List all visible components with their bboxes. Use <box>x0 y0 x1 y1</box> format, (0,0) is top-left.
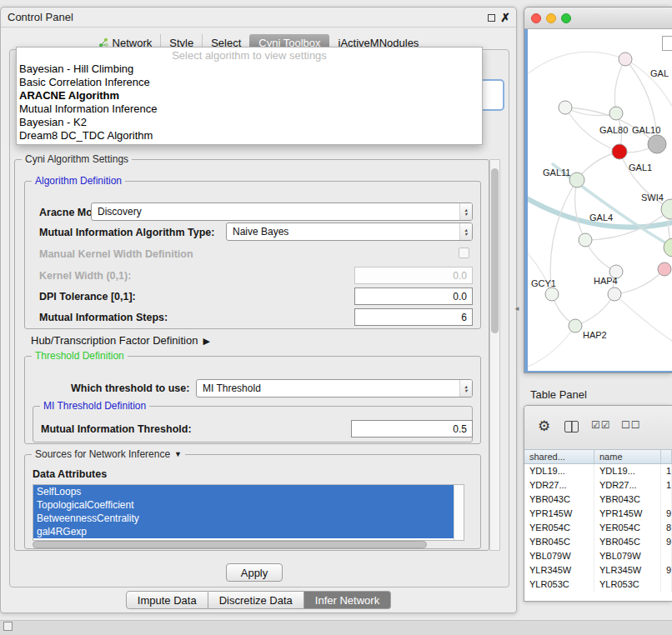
network-graph[interactable]: GALGAL80GAL10GAL11GAL1SWI4GAL4GCY1HAP4HA… <box>528 29 672 371</box>
settings-vertical-scrollbar[interactable] <box>489 159 500 551</box>
scrollbar-thumb[interactable] <box>33 541 427 548</box>
algorithm-dropdown-popup: Select algorithm to view settings Bayesi… <box>16 47 483 145</box>
table-cell <box>661 578 672 592</box>
table-row[interactable]: YLR053CYLR053C <box>524 578 672 592</box>
table-row[interactable]: YBR043CYBR043C <box>524 492 672 507</box>
table-cell <box>661 549 672 563</box>
table-row[interactable]: YPR145WYPR145W9. <box>524 507 672 521</box>
sources-group-title: Sources for Network Inference <box>35 448 170 460</box>
which-threshold-label: Which threshold to use: <box>71 382 189 395</box>
table-panel-window: ⚙ ☑☑ ☐☐ shared...name YDL19...YDL19...13… <box>524 405 672 602</box>
network-edge <box>575 294 614 326</box>
columns-icon[interactable] <box>564 421 579 432</box>
table-cell: YDR27... <box>594 478 661 492</box>
algorithm-option-mutual-information-inference[interactable]: Mutual Information Inference <box>17 102 482 116</box>
mi-steps-field[interactable]: 6 <box>354 308 473 326</box>
network-node[interactable] <box>545 288 559 301</box>
table-cell: YBR045C <box>524 535 594 549</box>
network-node[interactable] <box>608 288 621 301</box>
algorithm-option-bayesian-k2[interactable]: Bayesian - K2 <box>17 116 482 129</box>
select-all-checkboxes-icon[interactable]: ☑☑ <box>591 419 611 431</box>
kernel-width-field[interactable]: 0.0 <box>354 267 473 284</box>
network-node[interactable] <box>612 144 627 159</box>
table-cell: YDR27... <box>524 478 594 492</box>
horizontal-scrollbar[interactable] <box>31 541 479 548</box>
attribute-item-betweennesscentrality[interactable]: BetweennessCentrality <box>33 512 455 525</box>
column-header-extra[interactable] <box>661 449 672 464</box>
gear-icon[interactable]: ⚙ <box>538 418 550 436</box>
apply-button[interactable]: Apply <box>226 563 283 582</box>
network-canvas[interactable]: GALGAL80GAL10GAL11GAL1SWI4GAL4GCY1HAP4HA… <box>524 29 672 373</box>
zoom-traffic-light-icon[interactable] <box>561 13 571 23</box>
network-node[interactable] <box>609 107 623 120</box>
close-icon[interactable]: ✗ <box>500 10 510 25</box>
network-node[interactable] <box>579 233 592 247</box>
table-row[interactable]: YBR045CYBR045C9. <box>524 535 672 549</box>
tab-impute-data[interactable]: Impute Data <box>126 591 208 609</box>
deselect-all-checkboxes-icon[interactable]: ☐☐ <box>621 419 641 431</box>
threshold-definition-title: Threshold Definition <box>32 350 128 362</box>
dpi-tolerance-field[interactable]: 0.0 <box>354 288 473 305</box>
attribute-item-gal4rgexp[interactable]: gal4RGexp <box>33 525 455 538</box>
algorithm-definition-title: Algorithm Definition <box>32 175 125 187</box>
algorithm-option-basic-correlation-inference[interactable]: Basic Correlation Inference <box>17 76 482 89</box>
column-header-name[interactable]: name <box>594 449 661 464</box>
minimized-panel-icon[interactable] <box>3 622 13 631</box>
table-row[interactable]: YDL19...YDL19...13 <box>524 464 672 478</box>
settings-group-title: Cyni Algorithm Settings <box>22 153 132 165</box>
hub-definition-row[interactable]: Hub/Transcription Factor Definition ▶ <box>31 334 210 348</box>
list-vertical-scrollbar[interactable] <box>454 485 464 540</box>
algorithm-option-bayesian-hill-climbing[interactable]: Bayesian - Hill Climbing <box>17 62 482 76</box>
kernel-width-label: Kernel Width (0,1): <box>39 269 131 282</box>
table-cell: YBR043C <box>524 492 594 507</box>
algorithm-option-aracne-algorithm[interactable]: ARACNE Algorithm <box>17 89 482 102</box>
close-traffic-light-icon[interactable] <box>531 13 541 23</box>
network-node[interactable] <box>648 135 666 153</box>
mi-threshold-label: Mutual Information Threshold: <box>41 422 192 436</box>
table-row[interactable]: YDR27...YDR27...12 <box>524 478 672 492</box>
network-edge <box>614 59 625 113</box>
mi-algorithm-type-select[interactable]: Naive Bayes ▴▾ <box>226 222 473 241</box>
table-row[interactable]: YLR345WYLR345W9. <box>524 563 672 578</box>
algorithm-option-dream8-dc-tdc-algorithm[interactable]: Dream8 DC_TDC Algorithm <box>17 129 482 142</box>
dpi-tolerance-label: DPI Tolerance [0,1]: <box>39 290 136 303</box>
aracne-mode-select[interactable]: Discovery ▴▾ <box>91 202 473 221</box>
attribute-item-topologicalcoefficient[interactable]: TopologicalCoefficient <box>33 498 455 512</box>
table-cell: YBL079W <box>594 549 661 563</box>
disclosure-down-icon[interactable]: ▼ <box>174 450 182 458</box>
tab-discretize-data[interactable]: Discretize Data <box>208 591 304 609</box>
network-node[interactable] <box>658 262 671 276</box>
table-cell: YLR345W <box>524 563 594 578</box>
manual-kernel-width-checkbox[interactable] <box>459 248 469 258</box>
mi-algorithm-type-label: Mutual Information Algorithm Type: <box>39 226 214 239</box>
disclosure-right-icon[interactable]: ▶ <box>203 334 209 348</box>
network-node[interactable] <box>569 172 584 188</box>
table-row[interactable]: YER054CYER054C8. <box>524 521 672 535</box>
column-header-shared[interactable]: shared... <box>524 449 594 464</box>
minimize-traffic-light-icon[interactable] <box>546 13 556 23</box>
table-cell: YLR053C <box>594 578 661 592</box>
hub-definition-label: Hub/Transcription Factor Definition <box>31 334 198 348</box>
network-node[interactable] <box>619 52 632 66</box>
network-node[interactable] <box>569 319 582 332</box>
mi-threshold-field[interactable]: 0.5 <box>351 420 473 438</box>
panel-resize-handle[interactable]: ◄ <box>514 305 520 312</box>
network-node[interactable] <box>559 101 572 114</box>
table-panel-title: Table Panel <box>530 388 587 401</box>
mi-algorithm-type-value: Naive Bayes <box>233 226 288 238</box>
table-cell: YER054C <box>524 521 594 535</box>
scrollbar-thumb[interactable] <box>491 168 499 333</box>
which-threshold-select[interactable]: MI Threshold ▴▾ <box>196 379 473 398</box>
tab-infer-network[interactable]: Infer Network <box>304 591 391 609</box>
sources-group-title-row: Sources for Network Inference ▼ <box>32 448 185 460</box>
birdseye-view-toggle[interactable] <box>662 36 672 51</box>
table-row[interactable]: YBL079WYBL079W <box>524 549 672 563</box>
node-label-gal10: GAL10 <box>632 125 660 135</box>
control-panel-titlebar: Control Panel ✗ <box>1 8 516 28</box>
table-cell: YBR043C <box>594 492 661 507</box>
attribute-item-selfloops[interactable]: SelfLoops <box>33 485 455 498</box>
float-icon[interactable] <box>488 14 495 22</box>
aracne-mode-value: Discovery <box>98 206 142 218</box>
table-cell: YBR045C <box>594 535 661 549</box>
algorithm-option-list: Bayesian - Hill ClimbingBasic Correlatio… <box>17 62 482 142</box>
